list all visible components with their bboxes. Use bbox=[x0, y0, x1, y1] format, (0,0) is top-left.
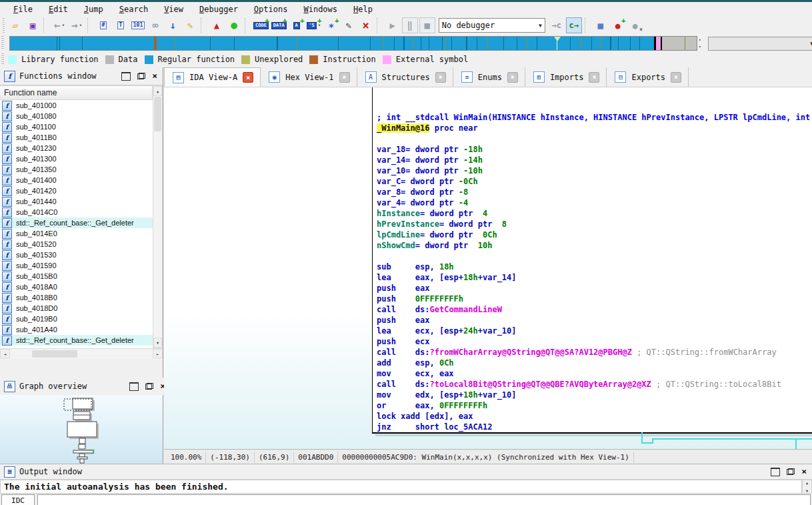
tab-imports[interactable]: ⊞Imports× bbox=[525, 67, 607, 87]
menu-jump[interactable]: Jump bbox=[76, 3, 111, 15]
disassembly-code[interactable]: ; int __stdcall WinMain(HINSTANCE hInsta… bbox=[377, 112, 810, 432]
search-text-button[interactable]: T bbox=[113, 17, 129, 33]
chevron-down-icon[interactable]: ▾ bbox=[79, 23, 82, 28]
function-list-item[interactable]: fsub_401400 bbox=[0, 175, 153, 185]
tab-hex-view-1[interactable]: ◉Hex View-1× bbox=[261, 67, 357, 87]
save-file-button[interactable]: ▣ bbox=[25, 17, 41, 33]
graph-overview-minimap[interactable] bbox=[0, 395, 163, 464]
code-line[interactable]: call ds:GetCommandLineW bbox=[377, 304, 810, 315]
scroll-right-icon[interactable]: ► bbox=[153, 349, 163, 358]
open-file-button[interactable]: ▱ bbox=[7, 17, 23, 33]
ida-view-a-graph[interactable]: ; int __stdcall WinMain(HINSTANCE hInsta… bbox=[164, 87, 812, 449]
function-list-item[interactable]: fsub_401A40 bbox=[0, 324, 153, 335]
function-list-item[interactable]: fsub_4014E0 bbox=[0, 228, 153, 239]
function-list-item[interactable]: fsub_401440 bbox=[0, 196, 153, 207]
close-icon[interactable]: × bbox=[801, 468, 807, 475]
menu-help[interactable]: Help bbox=[345, 3, 381, 15]
debugger-select-combobox[interactable]: No debugger▼ bbox=[439, 18, 545, 33]
tab-close-icon[interactable]: × bbox=[589, 72, 599, 83]
function-list-item[interactable]: fsub_401420 bbox=[0, 185, 153, 196]
menu-options[interactable]: Options bbox=[246, 3, 296, 15]
restore-icon[interactable] bbox=[787, 468, 795, 475]
tab-close-icon[interactable]: × bbox=[339, 72, 350, 83]
debug-pause-button[interactable]: ‖ bbox=[402, 17, 418, 33]
code-line[interactable]: lea eax, [esp+18h+var_14] bbox=[377, 272, 810, 283]
search-address-button[interactable]: # bbox=[95, 17, 111, 33]
code-line[interactable]: mov ecx, eax bbox=[377, 368, 810, 379]
jump-down-button[interactable]: ↓ bbox=[165, 17, 181, 33]
function-list-item[interactable]: fsub_401300 bbox=[0, 153, 153, 164]
functions-vertical-scrollbar[interactable]: ▲ ▼ bbox=[153, 85, 163, 348]
run-to-c-button[interactable]: c→ bbox=[566, 17, 582, 33]
code-line[interactable] bbox=[377, 251, 810, 262]
menu-view[interactable]: View bbox=[156, 3, 191, 15]
function-list-item[interactable]: fsub_401530 bbox=[0, 249, 153, 260]
make-name-button[interactable]: A+ bbox=[289, 17, 305, 33]
maximize-icon[interactable] bbox=[771, 468, 780, 476]
undefine-button[interactable]: × bbox=[358, 17, 374, 33]
code-line[interactable] bbox=[377, 133, 810, 144]
code-line[interactable]: or eax, 0FFFFFFFFh bbox=[377, 400, 810, 411]
navband-spin-up-icon[interactable]: ▴ bbox=[699, 37, 704, 41]
scroll-up-icon[interactable]: ▲ bbox=[153, 86, 162, 96]
make-data-button[interactable]: DATA+ bbox=[271, 17, 287, 33]
graph-overview-panel[interactable] bbox=[0, 395, 163, 464]
menu-file[interactable]: File bbox=[5, 3, 41, 15]
function-list-item[interactable]: fsub_4018D0 bbox=[0, 303, 153, 314]
tab-close-icon[interactable]: × bbox=[435, 72, 446, 83]
maximize-icon[interactable] bbox=[129, 382, 139, 391]
code-line[interactable]: lpCmdLine= dword ptr 0Ch bbox=[377, 229, 810, 240]
menu-edit[interactable]: Edit bbox=[41, 3, 76, 15]
search-binary-button[interactable]: 101 bbox=[130, 17, 146, 33]
code-line[interactable]: hInstance= dword ptr 4 bbox=[377, 208, 810, 219]
function-list-item[interactable]: fsub_4019B0 bbox=[0, 314, 153, 324]
function-list-item[interactable]: fsub_401000 bbox=[0, 100, 153, 111]
analysis-indicator-button[interactable]: ● bbox=[226, 17, 242, 33]
code-line[interactable]: mov edx, [esp+18h+var_10] bbox=[377, 390, 810, 400]
function-list-item[interactable]: fsub_401080 bbox=[0, 111, 153, 121]
scroll-down-icon[interactable]: ▼ bbox=[153, 338, 162, 348]
edit-function-button[interactable]: ✎ bbox=[341, 17, 357, 33]
code-line[interactable]: ; int __stdcall WinMain(HINSTANCE hInsta… bbox=[377, 112, 810, 123]
function-list-item[interactable]: fsub_4014C0 bbox=[0, 207, 153, 217]
scroll-left-icon[interactable]: ◄ bbox=[0, 349, 10, 358]
navigation-band[interactable] bbox=[9, 36, 697, 51]
make-array-button[interactable]: ∗+ bbox=[323, 17, 339, 33]
idc-button[interactable]: IDC bbox=[1, 494, 35, 505]
make-code-button[interactable]: CODE+ bbox=[253, 17, 269, 33]
maximize-icon[interactable] bbox=[121, 72, 131, 81]
step-run-c-button[interactable]: →c bbox=[549, 17, 565, 33]
function-list-item[interactable]: fstd::_Ref_count_base::_Get_deleter bbox=[0, 335, 153, 346]
functions-horizontal-scrollbar[interactable]: ◄ ► bbox=[0, 348, 163, 359]
code-line[interactable]: var_4= dword ptr -4 bbox=[377, 197, 810, 208]
scroll-up-icon[interactable]: ▲ bbox=[806, 480, 809, 485]
tab-enums[interactable]: ≡Enums× bbox=[453, 67, 525, 87]
code-line[interactable]: call ds:?toLocal8Bit@QString@QT@@QBE?AVQ… bbox=[377, 379, 810, 390]
highlight-marker-button[interactable]: ✎ bbox=[182, 17, 198, 33]
code-line[interactable]: var_18= dword ptr -18h bbox=[377, 144, 810, 155]
tab-ida-view-a[interactable]: ▤IDA View-A× bbox=[164, 67, 261, 87]
code-line[interactable]: call ds:?fromWCharArray@QString@QT@@SA?A… bbox=[377, 347, 810, 358]
function-list-item[interactable]: fsub_401230 bbox=[0, 143, 153, 153]
menu-debugger[interactable]: Debugger bbox=[191, 3, 246, 15]
code-line[interactable]: hPrevInstance= dword ptr 8 bbox=[377, 219, 810, 229]
output-scrollbar[interactable]: ▲ ▼ bbox=[802, 480, 812, 494]
cli-input[interactable] bbox=[37, 494, 811, 505]
function-name-column-header[interactable]: Function name bbox=[0, 85, 153, 100]
debugger-windows-button[interactable]: ▦ bbox=[593, 17, 609, 33]
code-line[interactable]: lea ecx, [esp+24h+var_10] bbox=[377, 326, 810, 336]
code-line[interactable]: var_14= dword ptr -14h bbox=[377, 155, 810, 165]
functions-vscroll-thumb[interactable] bbox=[154, 97, 161, 131]
code-line[interactable]: jnz short loc_5ACA12 bbox=[377, 422, 810, 432]
code-line[interactable]: push ecx bbox=[377, 336, 810, 347]
code-line[interactable]: nShowCmd= dword ptr 10h bbox=[377, 240, 810, 251]
search-repeat-button[interactable]: ∞ bbox=[147, 17, 163, 33]
code-line[interactable]: push eax bbox=[377, 315, 810, 326]
code-line[interactable]: var_8= dword ptr -8 bbox=[377, 187, 810, 197]
function-list-item[interactable]: fsub_4015B0 bbox=[0, 271, 153, 282]
nav-back-button[interactable]: ←▾ bbox=[51, 17, 67, 33]
tab-close-icon[interactable]: × bbox=[671, 72, 681, 83]
functions-hscroll-thumb[interactable] bbox=[32, 350, 77, 358]
code-line[interactable]: push eax bbox=[377, 283, 810, 294]
code-line[interactable]: sub esp, 18h bbox=[377, 262, 810, 272]
